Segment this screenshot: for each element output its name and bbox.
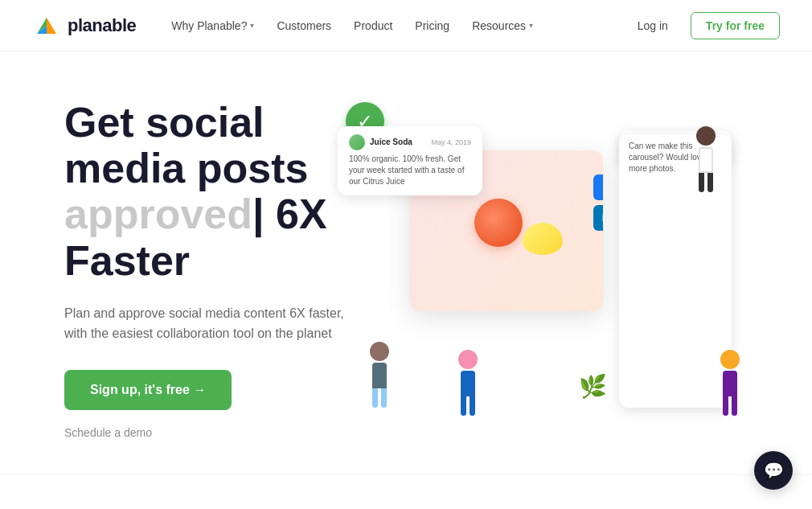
nav-item-why-planable[interactable]: Why Planable? ▾ <box>162 14 264 37</box>
person-leg <box>699 173 704 192</box>
planable-logo-icon <box>32 11 61 40</box>
person-figure-1 <box>370 342 389 408</box>
person-leg <box>381 388 387 408</box>
plant-icon: 🌿 <box>579 373 607 400</box>
hero-title: Get social media posts approved| 6X Fast… <box>64 100 362 284</box>
chat-support-button[interactable]: 💬 <box>754 451 793 490</box>
svg-marker-1 <box>47 18 56 34</box>
person-body <box>461 371 475 396</box>
facebook-icon: f <box>593 174 603 200</box>
chat-icon: 💬 <box>764 461 784 480</box>
person-figure-2 <box>458 350 478 416</box>
chat-bubble-1: Juice Soda May 4, 2019 100% organic. 100… <box>338 126 482 195</box>
fruit-lemon <box>523 223 563 255</box>
person-leg <box>732 396 737 416</box>
logo[interactable]: planable <box>32 11 136 40</box>
signup-button[interactable]: Sign up, it's free → <box>64 370 232 410</box>
chat-header: Juice Soda May 4, 2019 <box>349 134 471 150</box>
nav-item-customers[interactable]: Customers <box>267 14 341 37</box>
schedule-demo-button[interactable]: Schedule a demo <box>64 423 152 442</box>
person-legs <box>699 173 713 192</box>
person-legs <box>723 396 737 416</box>
nav-item-pricing[interactable]: Pricing <box>405 14 459 37</box>
navbar: planable Why Planable? ▾ Customers Produ… <box>0 0 812 51</box>
person-leg <box>470 396 475 416</box>
person-head <box>370 342 389 361</box>
person-figure-3 <box>696 126 716 192</box>
nav-right: Log in Try for free <box>625 12 780 39</box>
hero-description: Plan and approve social media content 6X… <box>64 303 362 344</box>
person-head <box>696 126 716 146</box>
nav-item-product[interactable]: Product <box>344 14 402 37</box>
person-leg <box>461 396 466 416</box>
person-body <box>723 371 737 396</box>
person-legs <box>461 396 475 416</box>
login-button[interactable]: Log in <box>625 13 681 39</box>
social-icons: f in <box>593 174 603 231</box>
try-for-free-button[interactable]: Try for free <box>691 12 780 39</box>
fruit-orange <box>474 199 523 247</box>
person-head <box>458 350 478 369</box>
person-leg <box>723 396 728 416</box>
nav-item-resources[interactable]: Resources ▾ <box>462 14 543 37</box>
nav-links: Why Planable? ▾ Customers Product Pricin… <box>162 14 543 37</box>
person-body <box>372 363 387 388</box>
person-leg <box>372 388 378 408</box>
brands-section: Used by forward-thinking brands & agenci… <box>0 474 812 509</box>
chevron-down-icon: ▾ <box>250 21 254 30</box>
nav-left: planable Why Planable? ▾ Customers Produ… <box>32 11 543 40</box>
person-leg <box>707 173 713 192</box>
avatar <box>349 134 365 150</box>
person-head <box>720 350 740 369</box>
person-figure-4 <box>720 350 740 416</box>
person-body <box>699 147 713 173</box>
logo-text: planable <box>68 15 136 36</box>
chevron-down-icon: ▾ <box>529 21 533 30</box>
hero-illustration-container: f in ✓ Juice Soda May 4, 2019 100% organ… <box>362 118 748 424</box>
hero-section: Get social media posts approved| 6X Fast… <box>0 51 812 474</box>
person-legs <box>372 388 387 408</box>
linkedin-icon: in <box>593 205 603 231</box>
hero-left: Get social media posts approved| 6X Fast… <box>64 100 362 442</box>
